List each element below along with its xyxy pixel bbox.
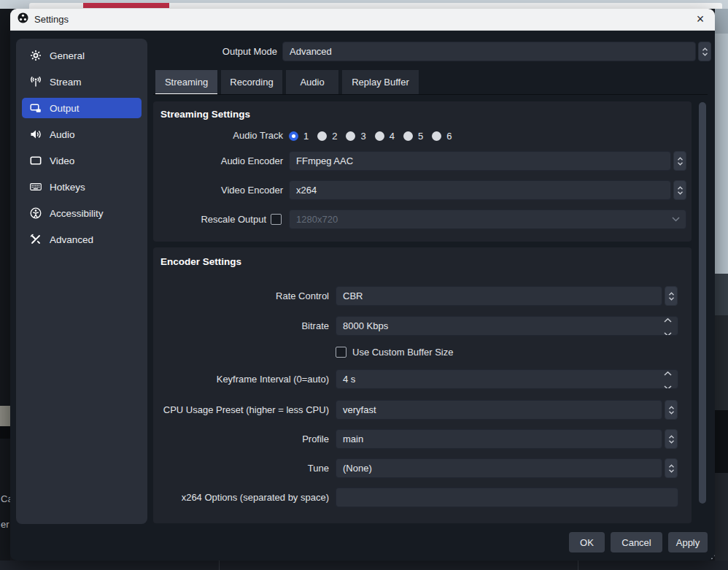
rate-control-label: Rate Control: [153, 286, 329, 306]
sidebar-item-accessibility[interactable]: Accessibility: [22, 203, 142, 223]
rate-control-combo-arrows[interactable]: [665, 286, 678, 306]
titlebar[interactable]: Settings ×: [10, 9, 715, 31]
output-tab-bar: StreamingRecordingAudioReplay Buffer: [155, 70, 419, 95]
tab-streaming[interactable]: Streaming: [155, 70, 217, 95]
sidebar-item-label: Video: [50, 155, 74, 166]
radio-button[interactable]: [403, 131, 413, 141]
tune-value: (None): [343, 463, 372, 474]
tab-replay-buffer[interactable]: Replay Buffer: [342, 70, 419, 95]
bitrate-field[interactable]: 8000 Kbps: [336, 316, 678, 336]
sidebar-item-stream[interactable]: Stream: [22, 72, 142, 92]
tab-recording[interactable]: Recording: [221, 70, 282, 95]
cpu-usage-preset-label: CPU Usage Preset (higher = less CPU): [153, 400, 329, 420]
encoder-settings-panel: Encoder Settings Rate ControlCBRBitrate8…: [153, 247, 692, 523]
use-custom-buffer-size-checkbox[interactable]: [336, 347, 346, 358]
radio-button[interactable]: [432, 131, 441, 141]
radio-option-label: 2: [332, 131, 337, 142]
bitrate-spinner[interactable]: [664, 317, 672, 335]
audio-track-option-2[interactable]: 2: [317, 131, 337, 142]
cpu-usage-preset-combo-arrows[interactable]: [665, 400, 678, 420]
video-encoder-label: Video Encoder: [153, 180, 283, 200]
video-encoder-field[interactable]: x264: [289, 180, 671, 200]
video-encoder-combo-arrows[interactable]: [673, 180, 686, 200]
keyframe-interval-spinner[interactable]: [664, 370, 672, 388]
streaming-settings-heading: Streaming Settings: [160, 109, 250, 120]
background-patch: [715, 473, 728, 570]
rescale-output-combo[interactable]: 1280x720: [289, 209, 686, 229]
radio-option-label: 1: [303, 131, 309, 142]
background-divider: [578, 561, 578, 570]
close-icon[interactable]: ×: [692, 11, 709, 28]
obs-logo-icon: [18, 12, 28, 26]
scrollbar-thumb[interactable]: [699, 102, 706, 504]
sidebar-item-general[interactable]: General: [22, 45, 142, 66]
rescale-output-value: 1280x720: [296, 214, 338, 225]
sidebar-item-label: Audio: [50, 129, 75, 140]
monitor-icon: [29, 155, 42, 166]
settings-scrollbar[interactable]: [697, 102, 708, 523]
audio-encoder-combo-arrows[interactable]: [673, 151, 686, 171]
tab-divider: [153, 94, 708, 95]
speaker-icon: [29, 128, 42, 140]
apply-button[interactable]: Apply: [668, 532, 708, 552]
use-custom-buffer-size-label: Use Custom Buffer Size: [352, 347, 453, 358]
background-left-sliver: Ca er: [0, 9, 10, 570]
radio-button[interactable]: [317, 131, 327, 141]
radio-option-label: 4: [390, 131, 395, 142]
sidebar-item-audio[interactable]: Audio: [22, 124, 142, 145]
profile-value: main: [343, 434, 363, 444]
cpu-usage-preset-field[interactable]: veryfast: [336, 400, 662, 420]
antenna-icon: [29, 76, 42, 88]
bitrate-label: Bitrate: [153, 316, 329, 336]
spin-down-icon[interactable]: [664, 328, 672, 336]
sidebar-item-label: General: [50, 50, 85, 61]
cancel-button[interactable]: Cancel: [611, 532, 662, 552]
radio-button[interactable]: [289, 131, 298, 141]
profile-field[interactable]: main: [336, 429, 662, 449]
rescale-output-label: Rescale Output: [153, 209, 266, 229]
sidebar-item-output[interactable]: Output: [22, 98, 142, 118]
output-mode-value: Advanced: [290, 46, 332, 57]
background-patch: [715, 410, 728, 473]
sidebar-item-hotkeys[interactable]: Hotkeys: [22, 177, 142, 197]
ok-button[interactable]: OK: [569, 532, 605, 552]
radio-button[interactable]: [346, 131, 355, 141]
background-bottom-strip: [0, 561, 728, 570]
streaming-settings-panel: Streaming Settings Audio Track 123456 Au…: [153, 101, 692, 242]
spin-down-icon[interactable]: [664, 381, 672, 390]
tune-combo-arrows[interactable]: [665, 458, 678, 478]
sidebar-item-video[interactable]: Video: [22, 150, 142, 171]
output-mode-combo-arrows[interactable]: [698, 42, 711, 61]
tune-label: Tune: [153, 458, 329, 478]
radio-option-label: 6: [446, 131, 452, 142]
audio-track-option-5[interactable]: 5: [403, 131, 423, 142]
audio-encoder-field[interactable]: FFmpeg AAC: [289, 151, 671, 171]
sidebar-item-label: Accessibility: [50, 208, 104, 219]
output-mode-combo[interactable]: Advanced: [282, 42, 696, 61]
keyframe-interval-value: 4 s: [343, 374, 355, 385]
rate-control-field[interactable]: CBR: [336, 286, 662, 306]
x264-options-input[interactable]: [336, 488, 678, 507]
encoder-settings-heading: Encoder Settings: [160, 256, 241, 267]
audio-track-option-6[interactable]: 6: [432, 131, 452, 142]
bitrate-value: 8000 Kbps: [343, 320, 388, 331]
output-icon: [29, 102, 42, 114]
tab-audio[interactable]: Audio: [286, 70, 338, 95]
spin-up-icon[interactable]: [664, 316, 672, 325]
audio-encoder-label: Audio Encoder: [153, 151, 283, 171]
sidebar-item-advanced[interactable]: Advanced: [22, 229, 142, 250]
keyboard-icon: [29, 181, 42, 193]
audio-track-option-1[interactable]: 1: [289, 131, 309, 142]
x264-options-label: x264 Options (separated by space): [153, 488, 329, 507]
resize-grip-icon[interactable]: [710, 550, 715, 560]
keyframe-interval-field[interactable]: 4 s: [336, 369, 678, 389]
sidebar-item-label: Output: [50, 103, 80, 114]
spin-up-icon[interactable]: [664, 369, 672, 378]
audio-track-option-3[interactable]: 3: [346, 131, 365, 142]
background-right-sliver: [715, 9, 728, 570]
radio-button[interactable]: [375, 131, 384, 141]
tune-field[interactable]: (None): [336, 458, 662, 478]
audio-track-option-4[interactable]: 4: [375, 131, 395, 142]
rescale-output-checkbox[interactable]: [271, 214, 282, 225]
profile-combo-arrows[interactable]: [665, 429, 678, 449]
